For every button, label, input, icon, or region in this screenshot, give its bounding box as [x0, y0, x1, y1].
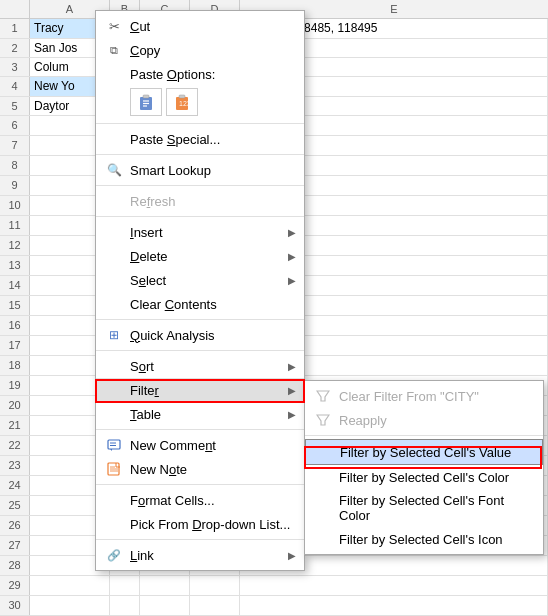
svg-marker-11	[110, 449, 112, 451]
refresh-label: Refresh	[130, 194, 296, 209]
quick-analysis-item[interactable]: ⊞ Quick Analysis	[96, 323, 304, 347]
clear-filter-label: Clear Filter From "CITY"	[339, 389, 479, 404]
table-item[interactable]: Table ▶	[96, 402, 304, 426]
filter-label: Filter	[130, 383, 280, 398]
filter-by-icon-label: Filter by Selected Cell's Icon	[339, 532, 503, 547]
format-cells-label: Format Cells...	[130, 493, 296, 508]
cut-label: Cut	[130, 19, 296, 34]
context-menu: ✂ Cut ⧉ Copy Paste Options: 123	[95, 10, 305, 571]
clear-contents-label: Clear Contents	[130, 297, 296, 312]
smart-lookup-item[interactable]: 🔍 Smart Lookup	[96, 158, 304, 182]
cut-icon: ✂	[106, 18, 122, 34]
quick-analysis-icon: ⊞	[106, 327, 122, 343]
paste-options-icon	[106, 66, 122, 82]
table-icon	[106, 406, 122, 422]
svg-marker-17	[317, 415, 329, 425]
link-item[interactable]: 🔗 Link ▶	[96, 543, 304, 567]
table-arrow: ▶	[288, 409, 296, 420]
filter-by-value-item[interactable]: Filter by Selected Cell's Value	[305, 439, 543, 465]
paste-options-text: Paste Options:	[130, 67, 296, 82]
refresh-icon	[106, 193, 122, 209]
filter-by-font-color-item[interactable]: Filter by Selected Cell's Font Color	[305, 489, 543, 527]
filter-by-value-icon	[316, 444, 332, 460]
delete-arrow: ▶	[288, 251, 296, 262]
paste-options-icons: 123	[96, 86, 304, 120]
paste-special-icon	[106, 131, 122, 147]
filter-by-color-icon	[315, 469, 331, 485]
clear-contents-item[interactable]: Clear Contents	[96, 292, 304, 316]
select-icon	[106, 272, 122, 288]
insert-label: Insert	[130, 225, 280, 240]
delete-label: Delete	[130, 249, 280, 264]
paste-clipboard-btn[interactable]	[130, 88, 162, 116]
table-label: Table	[130, 407, 280, 422]
reapply-icon	[315, 412, 331, 428]
delete-item[interactable]: Delete ▶	[96, 244, 304, 268]
insert-arrow: ▶	[288, 227, 296, 238]
filter-by-color-label: Filter by Selected Cell's Color	[339, 470, 509, 485]
link-icon: 🔗	[106, 547, 122, 563]
clear-filter-item[interactable]: Clear Filter From "CITY"	[305, 384, 543, 408]
copy-item[interactable]: ⧉ Copy	[96, 38, 304, 62]
reapply-label: Reapply	[339, 413, 387, 428]
filter-submenu: Clear Filter From "CITY" Reapply Filter …	[304, 380, 544, 555]
link-arrow: ▶	[288, 550, 296, 561]
quick-analysis-label: Quick Analysis	[130, 328, 296, 343]
filter-item[interactable]: Filter ▶	[96, 378, 304, 402]
filter-icon	[106, 382, 122, 398]
sort-icon	[106, 358, 122, 374]
filter-by-icon-icon	[315, 531, 331, 547]
copy-icon: ⧉	[106, 42, 122, 58]
sort-item[interactable]: Sort ▶	[96, 354, 304, 378]
pick-dropdown-item[interactable]: Pick From Drop-down List...	[96, 512, 304, 536]
paste-special-item[interactable]: Paste Special...	[96, 127, 304, 151]
reapply-item[interactable]: Reapply	[305, 408, 543, 432]
new-comment-label: New Comment	[130, 438, 296, 453]
smart-lookup-label: Smart Lookup	[130, 163, 296, 178]
pick-dropdown-label: Pick From Drop-down List...	[130, 517, 296, 532]
svg-text:123: 123	[179, 100, 190, 107]
refresh-item[interactable]: Refresh	[96, 189, 304, 213]
new-comment-icon	[106, 437, 122, 453]
filter-by-color-item[interactable]: Filter by Selected Cell's Color	[305, 465, 543, 489]
insert-item[interactable]: Insert ▶	[96, 220, 304, 244]
new-note-label: New Note	[130, 462, 296, 477]
copy-label: Copy	[130, 43, 296, 58]
filter-by-value-label: Filter by Selected Cell's Value	[340, 445, 511, 460]
insert-icon	[106, 224, 122, 240]
clear-filter-icon	[315, 388, 331, 404]
new-comment-item[interactable]: New Comment	[96, 433, 304, 457]
filter-arrow: ▶	[288, 385, 296, 396]
svg-rect-6	[179, 95, 185, 98]
delete-icon	[106, 248, 122, 264]
select-arrow: ▶	[288, 275, 296, 286]
filter-by-icon-item[interactable]: Filter by Selected Cell's Icon	[305, 527, 543, 551]
link-label: Link	[130, 548, 280, 563]
paste-special-label: Paste Special...	[130, 132, 296, 147]
svg-rect-8	[108, 440, 120, 449]
paste-values-btn[interactable]: 123	[166, 88, 198, 116]
format-cells-item[interactable]: Format Cells...	[96, 488, 304, 512]
new-note-item[interactable]: New Note	[96, 457, 304, 481]
sort-arrow: ▶	[288, 361, 296, 372]
cut-item[interactable]: ✂ Cut	[96, 14, 304, 38]
sort-label: Sort	[130, 359, 280, 374]
select-item[interactable]: Select ▶	[96, 268, 304, 292]
smart-lookup-icon: 🔍	[106, 162, 122, 178]
new-note-icon	[106, 461, 122, 477]
svg-rect-1	[143, 95, 149, 98]
pick-dropdown-icon	[106, 516, 122, 532]
svg-marker-16	[317, 391, 329, 401]
filter-by-font-color-label: Filter by Selected Cell's Font Color	[339, 493, 533, 523]
format-cells-icon	[106, 492, 122, 508]
clear-icon	[106, 296, 122, 312]
select-label: Select	[130, 273, 280, 288]
filter-by-font-color-icon	[315, 500, 331, 516]
paste-options-label: Paste Options:	[96, 62, 304, 86]
